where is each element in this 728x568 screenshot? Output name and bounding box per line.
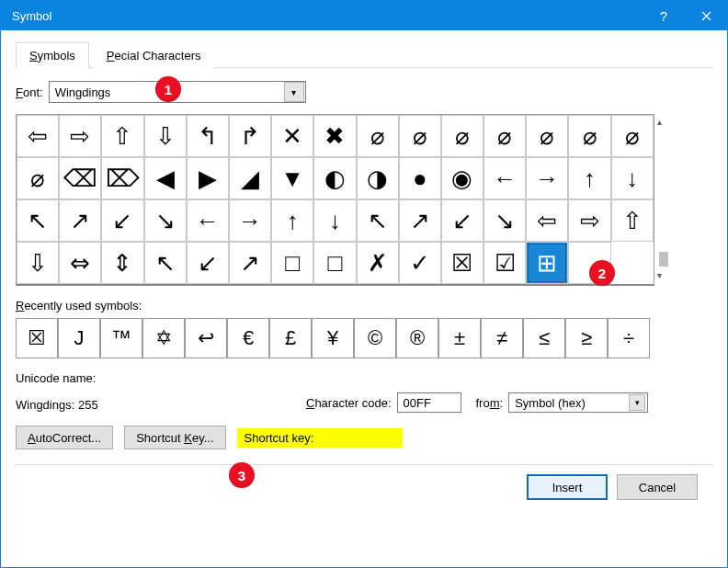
character-code-input[interactable] [397, 392, 461, 413]
grid-scrollbar[interactable]: ▴ ▾ [654, 114, 671, 286]
symbol-cell[interactable]: → [229, 199, 271, 242]
symbol-cell[interactable]: ↑ [568, 157, 610, 199]
window-title: Symbol [12, 9, 51, 23]
symbol-grid: ⇦⇨⇧⇩↰↱✕✖⌀⌀⌀⌀⌀⌀⌀⌀⌫⌦◀▶◢▼◐◑●◉←→↑↓↖↗↙↘←→↑↓↖↗… [16, 114, 654, 286]
symbol-cell[interactable]: ✓ [399, 242, 441, 284]
symbol-cell[interactable]: ⇩ [144, 115, 187, 157]
tab-symbols[interactable]: Symbols [16, 42, 89, 68]
symbol-cell[interactable]: ✖ [313, 115, 356, 157]
scroll-up-icon[interactable]: ▴ [657, 117, 670, 130]
symbol-cell[interactable]: ☒ [441, 242, 483, 284]
tab-strip: Symbols Pecial Characters [16, 41, 712, 68]
from-label: from: [476, 396, 504, 410]
symbol-cell[interactable]: ⌀ [568, 115, 610, 157]
symbol-cell[interactable]: ◢ [229, 157, 271, 199]
symbol-cell[interactable]: ● [399, 157, 441, 199]
symbol-cell[interactable]: ⌦ [101, 157, 143, 199]
symbol-cell[interactable]: ⌀ [17, 157, 59, 199]
symbol-cell[interactable]: ▶ [187, 157, 229, 199]
autocorrect-button[interactable]: AutoCorrect... [16, 426, 113, 449]
from-dropdown[interactable]: Symbol (hex) ▾ [508, 392, 648, 413]
symbol-cell[interactable]: ☑ [483, 242, 526, 284]
symbol-cell[interactable]: ⌫ [59, 157, 101, 199]
symbol-cell[interactable]: ↓ [313, 199, 356, 242]
symbol-cell[interactable]: ↖ [144, 242, 187, 284]
recent-symbol-cell[interactable]: ™ [100, 318, 142, 358]
shortcut-key-button[interactable]: Shortcut Key... [124, 426, 225, 449]
symbol-cell[interactable]: ◉ [441, 157, 483, 199]
symbol-cell[interactable]: ↗ [229, 242, 271, 284]
cancel-button[interactable]: Cancel [617, 474, 698, 500]
character-code-label: Character code: [306, 396, 392, 410]
recent-symbol-cell[interactable]: ↩ [185, 318, 227, 358]
close-icon [701, 11, 711, 21]
symbol-cell[interactable]: ⇩ [17, 242, 59, 284]
symbol-cell[interactable]: ↙ [101, 199, 143, 242]
symbol-cell[interactable]: ↑ [271, 199, 313, 242]
symbol-cell[interactable]: ⇦ [526, 199, 568, 242]
tab-special-characters[interactable]: Pecial Characters [93, 42, 215, 68]
recent-symbol-cell[interactable]: € [227, 318, 269, 358]
recent-row: ☒J™✡↩€£¥©®±≠≤≥÷ [16, 318, 712, 358]
chevron-down-icon: ▾ [629, 394, 645, 411]
symbol-cell[interactable]: ↖ [357, 199, 399, 242]
recent-symbol-cell[interactable]: ☒ [16, 318, 58, 358]
recent-symbol-cell[interactable]: ≤ [523, 318, 565, 358]
symbol-cell[interactable]: ↖ [17, 199, 59, 242]
titlebar: Symbol ? [1, 1, 727, 30]
recent-symbol-cell[interactable]: ≥ [565, 318, 608, 358]
symbol-cell[interactable]: ✗ [357, 242, 399, 284]
symbol-cell[interactable]: ⇨ [568, 199, 610, 242]
recent-symbol-cell[interactable]: ± [438, 318, 481, 358]
insert-button[interactable]: Insert [527, 474, 608, 500]
scroll-thumb[interactable] [659, 252, 668, 267]
symbol-cell[interactable]: ↘ [483, 199, 526, 242]
symbol-cell[interactable]: ⌀ [399, 115, 441, 157]
symbol-cell[interactable]: ⌀ [526, 115, 568, 157]
symbol-cell[interactable]: ← [483, 157, 526, 199]
recent-symbol-cell[interactable]: ® [396, 318, 438, 358]
font-dropdown-value: Wingdings [55, 85, 111, 99]
symbol-cell[interactable]: ↱ [229, 115, 271, 157]
symbol-cell[interactable]: ⌀ [357, 115, 399, 157]
symbol-cell[interactable]: ⇦ [17, 115, 59, 157]
recent-symbol-cell[interactable]: J [58, 318, 100, 358]
symbol-cell[interactable]: ↗ [399, 199, 441, 242]
font-label: Font: [16, 85, 43, 99]
symbol-cell[interactable]: ◑ [357, 157, 399, 199]
symbol-cell[interactable]: ⇔ [59, 242, 101, 284]
symbol-cell[interactable]: □ [313, 242, 356, 284]
symbol-cell[interactable]: ◐ [313, 157, 356, 199]
symbol-cell[interactable]: ↘ [144, 199, 187, 242]
symbol-cell[interactable]: ⌀ [441, 115, 483, 157]
symbol-cell[interactable]: ⇧ [611, 199, 654, 242]
symbol-cell[interactable]: ↙ [187, 242, 229, 284]
scroll-down-icon[interactable]: ▾ [657, 270, 670, 283]
footer: Insert Cancel [16, 464, 712, 513]
close-button[interactable] [685, 1, 727, 30]
recent-symbol-cell[interactable]: £ [269, 318, 312, 358]
symbol-cell[interactable]: □ [271, 242, 313, 284]
symbol-cell[interactable]: ⇧ [101, 115, 143, 157]
symbol-cell[interactable]: ↓ [611, 157, 654, 199]
symbol-cell[interactable]: ⊞ [526, 242, 568, 284]
symbol-cell[interactable]: ↙ [441, 199, 483, 242]
annotation-1: 1 [155, 76, 181, 102]
symbol-cell[interactable]: ↗ [59, 199, 101, 242]
symbol-cell[interactable]: → [526, 157, 568, 199]
symbol-cell[interactable]: ✕ [271, 115, 313, 157]
symbol-cell[interactable]: ⇕ [101, 242, 143, 284]
recent-symbol-cell[interactable]: © [354, 318, 396, 358]
recent-symbol-cell[interactable]: ✡ [142, 318, 185, 358]
recent-symbol-cell[interactable]: ≠ [481, 318, 523, 358]
recent-symbol-cell[interactable]: ¥ [312, 318, 354, 358]
symbol-cell[interactable]: ◀ [144, 157, 187, 199]
symbol-cell[interactable]: ⌀ [611, 115, 654, 157]
symbol-cell[interactable]: ▼ [271, 157, 313, 199]
recent-symbol-cell[interactable]: ÷ [608, 318, 650, 358]
symbol-cell[interactable]: ⌀ [483, 115, 526, 157]
help-button[interactable]: ? [643, 1, 685, 30]
symbol-cell[interactable]: ← [187, 199, 229, 242]
symbol-cell[interactable]: ⇨ [59, 115, 101, 157]
symbol-cell[interactable]: ↰ [187, 115, 229, 157]
